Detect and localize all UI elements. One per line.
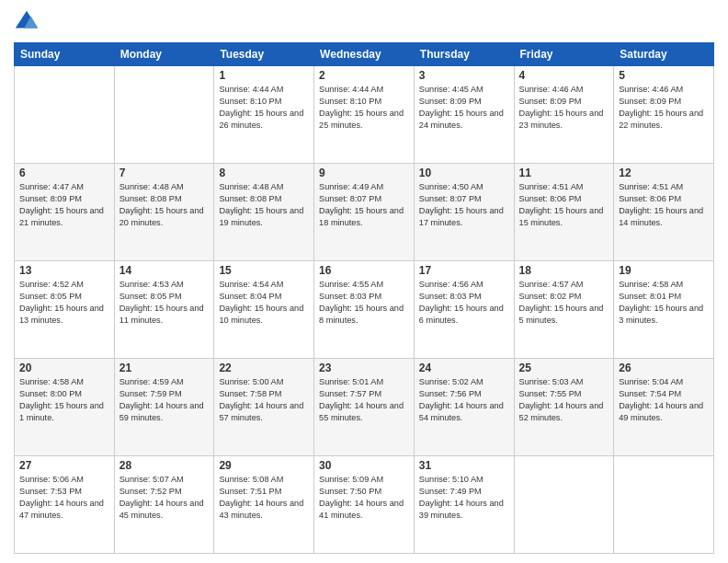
calendar-cell: 24Sunrise: 5:02 AM Sunset: 7:56 PM Dayli…	[414, 359, 514, 456]
day-header-wednesday: Wednesday	[314, 43, 415, 66]
day-number: 9	[319, 167, 409, 179]
calendar-cell	[114, 66, 214, 164]
day-number: 17	[419, 264, 509, 277]
calendar-cell: 11Sunrise: 4:51 AM Sunset: 8:06 PM Dayli…	[514, 164, 614, 261]
calendar-cell: 31Sunrise: 5:10 AM Sunset: 7:49 PM Dayli…	[414, 456, 514, 554]
day-number: 10	[419, 167, 509, 179]
day-number: 3	[419, 69, 509, 82]
day-number: 23	[319, 362, 409, 374]
calendar-cell: 15Sunrise: 4:54 AM Sunset: 8:04 PM Dayli…	[214, 261, 314, 359]
day-header-saturday: Saturday	[614, 43, 714, 66]
calendar-cell: 4Sunrise: 4:46 AM Sunset: 8:09 PM Daylig…	[514, 66, 614, 164]
calendar-cell: 12Sunrise: 4:51 AM Sunset: 8:06 PM Dayli…	[614, 164, 714, 261]
calendar-cell: 8Sunrise: 4:48 AM Sunset: 8:08 PM Daylig…	[214, 164, 314, 261]
header	[14, 9, 714, 35]
day-info: Sunrise: 4:51 AM Sunset: 8:06 PM Dayligh…	[619, 181, 709, 229]
week-row-1: 1Sunrise: 4:44 AM Sunset: 8:10 PM Daylig…	[15, 66, 714, 164]
calendar-cell: 27Sunrise: 5:06 AM Sunset: 7:53 PM Dayli…	[15, 456, 115, 554]
calendar-cell: 29Sunrise: 5:08 AM Sunset: 7:51 PM Dayli…	[214, 456, 314, 554]
day-number: 29	[219, 459, 309, 472]
day-info: Sunrise: 5:07 AM Sunset: 7:52 PM Dayligh…	[119, 474, 210, 522]
logo-icon	[14, 9, 40, 35]
calendar-cell: 13Sunrise: 4:52 AM Sunset: 8:05 PM Dayli…	[15, 261, 115, 359]
day-number: 15	[219, 264, 309, 277]
day-number: 31	[419, 459, 509, 472]
day-info: Sunrise: 5:01 AM Sunset: 7:57 PM Dayligh…	[319, 376, 409, 424]
calendar-cell: 22Sunrise: 5:00 AM Sunset: 7:58 PM Dayli…	[214, 359, 314, 456]
day-number: 13	[19, 264, 109, 277]
day-number: 25	[519, 362, 609, 374]
calendar-cell: 25Sunrise: 5:03 AM Sunset: 7:55 PM Dayli…	[514, 359, 614, 456]
day-number: 12	[619, 167, 709, 179]
day-info: Sunrise: 4:48 AM Sunset: 8:08 PM Dayligh…	[119, 181, 210, 229]
day-number: 11	[519, 167, 609, 179]
day-header-tuesday: Tuesday	[214, 43, 314, 66]
calendar-cell: 14Sunrise: 4:53 AM Sunset: 8:05 PM Dayli…	[114, 261, 214, 359]
calendar-cell: 19Sunrise: 4:58 AM Sunset: 8:01 PM Dayli…	[614, 261, 714, 359]
day-number: 5	[619, 69, 709, 82]
day-number: 28	[119, 459, 210, 472]
day-info: Sunrise: 4:45 AM Sunset: 8:09 PM Dayligh…	[419, 84, 509, 132]
calendar-cell: 18Sunrise: 4:57 AM Sunset: 8:02 PM Dayli…	[514, 261, 614, 359]
day-info: Sunrise: 4:58 AM Sunset: 8:01 PM Dayligh…	[619, 279, 709, 327]
day-info: Sunrise: 4:48 AM Sunset: 8:08 PM Dayligh…	[219, 181, 309, 229]
calendar-cell: 5Sunrise: 4:46 AM Sunset: 8:09 PM Daylig…	[614, 66, 714, 164]
day-number: 26	[619, 362, 709, 374]
day-info: Sunrise: 4:57 AM Sunset: 8:02 PM Dayligh…	[519, 279, 609, 327]
day-number: 22	[219, 362, 309, 374]
day-number: 4	[519, 69, 609, 82]
day-number: 24	[419, 362, 509, 374]
calendar-cell: 21Sunrise: 4:59 AM Sunset: 7:59 PM Dayli…	[114, 359, 214, 456]
day-info: Sunrise: 5:10 AM Sunset: 7:49 PM Dayligh…	[419, 474, 509, 522]
calendar-cell: 9Sunrise: 4:49 AM Sunset: 8:07 PM Daylig…	[314, 164, 415, 261]
day-info: Sunrise: 4:54 AM Sunset: 8:04 PM Dayligh…	[219, 279, 309, 327]
day-info: Sunrise: 5:09 AM Sunset: 7:50 PM Dayligh…	[319, 474, 409, 522]
day-header-sunday: Sunday	[15, 43, 115, 66]
day-info: Sunrise: 4:46 AM Sunset: 8:09 PM Dayligh…	[619, 84, 709, 132]
day-info: Sunrise: 4:52 AM Sunset: 8:05 PM Dayligh…	[19, 279, 109, 327]
page: SundayMondayTuesdayWednesdayThursdayFrid…	[0, 0, 728, 563]
calendar-cell: 1Sunrise: 4:44 AM Sunset: 8:10 PM Daylig…	[214, 66, 314, 164]
day-info: Sunrise: 5:02 AM Sunset: 7:56 PM Dayligh…	[419, 376, 509, 424]
calendar-cell: 16Sunrise: 4:55 AM Sunset: 8:03 PM Dayli…	[314, 261, 415, 359]
day-info: Sunrise: 5:06 AM Sunset: 7:53 PM Dayligh…	[19, 474, 109, 522]
day-number: 16	[319, 264, 409, 277]
day-info: Sunrise: 5:08 AM Sunset: 7:51 PM Dayligh…	[219, 474, 309, 522]
day-info: Sunrise: 4:44 AM Sunset: 8:10 PM Dayligh…	[219, 84, 309, 132]
calendar-cell: 17Sunrise: 4:56 AM Sunset: 8:03 PM Dayli…	[414, 261, 514, 359]
header-row: SundayMondayTuesdayWednesdayThursdayFrid…	[15, 43, 714, 66]
day-number: 18	[519, 264, 609, 277]
calendar-cell: 2Sunrise: 4:44 AM Sunset: 8:10 PM Daylig…	[314, 66, 415, 164]
day-info: Sunrise: 4:59 AM Sunset: 7:59 PM Dayligh…	[119, 376, 210, 424]
week-row-3: 13Sunrise: 4:52 AM Sunset: 8:05 PM Dayli…	[15, 261, 714, 359]
day-number: 7	[119, 167, 210, 179]
day-number: 21	[119, 362, 210, 374]
day-number: 19	[619, 264, 709, 277]
calendar-cell: 28Sunrise: 5:07 AM Sunset: 7:52 PM Dayli…	[114, 456, 214, 554]
day-info: Sunrise: 4:56 AM Sunset: 8:03 PM Dayligh…	[419, 279, 509, 327]
day-number: 14	[119, 264, 210, 277]
day-number: 27	[19, 459, 109, 472]
day-info: Sunrise: 4:58 AM Sunset: 8:00 PM Dayligh…	[19, 376, 109, 424]
day-header-friday: Friday	[514, 43, 614, 66]
day-info: Sunrise: 4:47 AM Sunset: 8:09 PM Dayligh…	[19, 181, 109, 229]
calendar-cell: 26Sunrise: 5:04 AM Sunset: 7:54 PM Dayli…	[614, 359, 714, 456]
week-row-4: 20Sunrise: 4:58 AM Sunset: 8:00 PM Dayli…	[15, 359, 714, 456]
day-info: Sunrise: 5:04 AM Sunset: 7:54 PM Dayligh…	[619, 376, 709, 424]
calendar-cell: 3Sunrise: 4:45 AM Sunset: 8:09 PM Daylig…	[414, 66, 514, 164]
calendar-table: SundayMondayTuesdayWednesdayThursdayFrid…	[14, 42, 714, 554]
day-info: Sunrise: 4:53 AM Sunset: 8:05 PM Dayligh…	[119, 279, 210, 327]
day-number: 8	[219, 167, 309, 179]
calendar-cell	[15, 66, 115, 164]
calendar-cell: 7Sunrise: 4:48 AM Sunset: 8:08 PM Daylig…	[114, 164, 214, 261]
day-number: 20	[19, 362, 109, 374]
week-row-2: 6Sunrise: 4:47 AM Sunset: 8:09 PM Daylig…	[15, 164, 714, 261]
day-number: 6	[19, 167, 109, 179]
day-info: Sunrise: 5:03 AM Sunset: 7:55 PM Dayligh…	[519, 376, 609, 424]
week-row-5: 27Sunrise: 5:06 AM Sunset: 7:53 PM Dayli…	[15, 456, 714, 554]
logo	[14, 9, 43, 35]
day-info: Sunrise: 4:51 AM Sunset: 8:06 PM Dayligh…	[519, 181, 609, 229]
calendar-cell: 6Sunrise: 4:47 AM Sunset: 8:09 PM Daylig…	[15, 164, 115, 261]
day-info: Sunrise: 5:00 AM Sunset: 7:58 PM Dayligh…	[219, 376, 309, 424]
calendar-cell	[514, 456, 614, 554]
